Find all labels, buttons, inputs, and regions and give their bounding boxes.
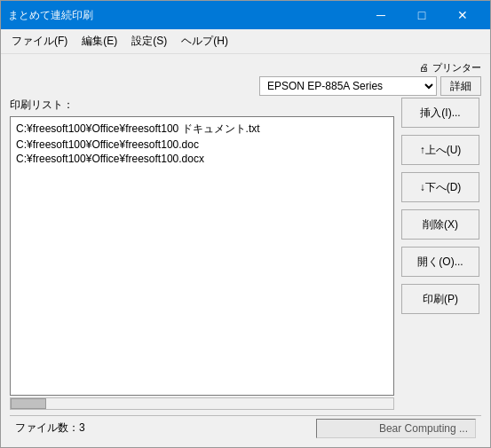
content-area: 🖨プリンター EPSON EP-885A Series 詳細 印刷リスト： C:…: [1, 54, 490, 447]
menu-edit[interactable]: 編集(E): [75, 31, 124, 51]
close-button[interactable]: ✕: [442, 1, 483, 29]
open-button[interactable]: 開く(O)...: [401, 247, 479, 277]
up-button[interactable]: ↑上へ(U): [401, 135, 479, 165]
left-panel: 印刷リスト： C:¥freesoft100¥Office¥freesoft100…: [10, 98, 394, 410]
menu-help[interactable]: ヘルプ(H): [174, 31, 235, 51]
list-item[interactable]: C:¥freesoft100¥Office¥freesoft100.docx: [14, 152, 390, 166]
list-item[interactable]: C:¥freesoft100¥Office¥freesoft100 ドキュメント…: [14, 121, 390, 138]
minimize-button[interactable]: ─: [360, 1, 401, 29]
file-count: ファイル数：3: [15, 420, 316, 436]
title-bar-buttons: ─ □ ✕: [360, 1, 483, 29]
printer-icon: 🖨: [419, 62, 429, 73]
printer-select[interactable]: EPSON EP-885A Series: [259, 76, 437, 96]
printer-controls: EPSON EP-885A Series 詳細: [259, 76, 481, 96]
delete-button[interactable]: 削除(X): [401, 209, 479, 240]
printer-section-label: 🖨プリンター: [419, 61, 481, 75]
insert-button[interactable]: 挿入(I)...: [401, 98, 479, 128]
file-list[interactable]: C:¥freesoft100¥Office¥freesoft100 ドキュメント…: [10, 116, 394, 396]
title-bar: まとめて連続印刷 ─ □ ✕: [1, 1, 490, 29]
print-list-label: 印刷リスト：: [10, 98, 394, 113]
menu-bar: ファイル(F) 編集(E) 設定(S) ヘルプ(H): [1, 29, 490, 54]
menu-settings[interactable]: 設定(S): [124, 31, 174, 51]
down-button[interactable]: ↓下へ(D): [401, 172, 479, 202]
brand-area: Bear Computing ...: [316, 419, 476, 438]
scrollbar-thumb[interactable]: [11, 398, 46, 409]
menu-file[interactable]: ファイル(F): [4, 31, 75, 51]
maximize-button[interactable]: □: [401, 1, 442, 29]
horizontal-scrollbar[interactable]: [10, 397, 394, 410]
print-button[interactable]: 印刷(P): [401, 284, 479, 314]
list-item[interactable]: C:¥freesoft100¥Office¥freesoft100.doc: [14, 138, 390, 152]
main-window: まとめて連続印刷 ─ □ ✕ ファイル(F) 編集(E) 設定(S) ヘルプ(H…: [0, 0, 491, 448]
brand-text: Bear Computing ...: [379, 422, 468, 435]
right-panel: 挿入(I)... ↑上へ(U) ↓下へ(D) 削除(X) 開く(O)... 印刷…: [401, 98, 481, 410]
printer-section: 🖨プリンター EPSON EP-885A Series 詳細: [10, 61, 481, 96]
status-bar: ファイル数：3 Bear Computing ...: [10, 415, 481, 440]
main-row: 印刷リスト： C:¥freesoft100¥Office¥freesoft100…: [10, 98, 481, 410]
window-title: まとめて連続印刷: [8, 8, 360, 23]
detail-button[interactable]: 詳細: [440, 76, 481, 96]
